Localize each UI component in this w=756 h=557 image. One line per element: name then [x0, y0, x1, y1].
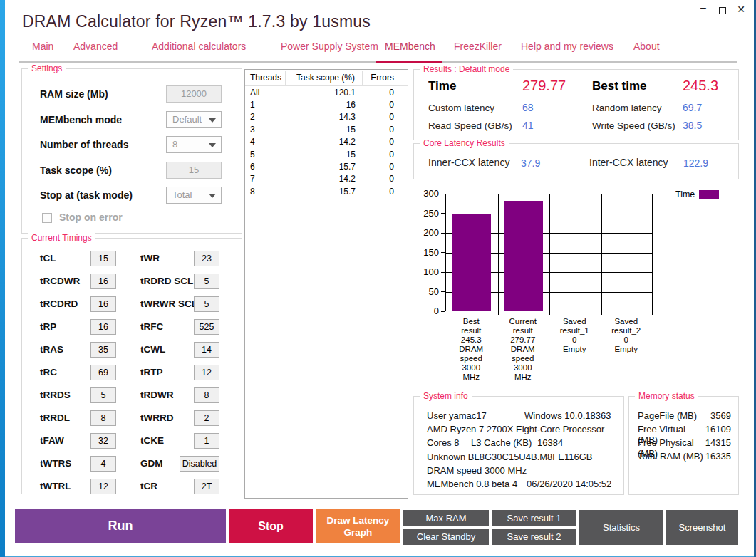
table-cell: 0	[363, 187, 404, 197]
save-result-1-button[interactable]: Save result 1	[492, 510, 576, 526]
timing-row-twrwr-scl: tWRWR SCL5	[22, 296, 242, 313]
memory-status-group: Memory status PageFile (MB)3569Free Virt…	[628, 396, 739, 495]
x-category-label: Savedresult_20Empty	[601, 317, 653, 354]
col-task-scope[interactable]: Task scope (%)	[286, 71, 363, 85]
threads-select[interactable]: 8	[166, 136, 222, 153]
timing-label: tWRRD	[140, 412, 174, 423]
legend-swatch	[699, 190, 719, 199]
screenshot-button[interactable]: Screenshot	[666, 510, 738, 545]
timing-row-twrrd: tWRRD2	[22, 410, 242, 427]
timing-label: GDM	[140, 458, 163, 469]
col-threads[interactable]: Threads	[245, 71, 286, 85]
timing-value-box[interactable]: 1	[194, 433, 219, 449]
stop-at-select[interactable]: Total	[166, 187, 222, 204]
table-row[interactable]: 3150	[245, 123, 408, 135]
timing-value-box[interactable]: 2T	[194, 479, 219, 494]
statistics-button[interactable]: Statistics	[579, 510, 663, 545]
gridline	[652, 194, 653, 311]
dram-module: Unknown BL8G30C15U4B.M8FE116GB	[427, 452, 592, 462]
app-window: DRAM Calculator for Ryzen™ 1.7.3 by 1usm…	[0, 0, 756, 557]
stop-at-value: Total	[172, 189, 192, 200]
chart-legend: Time	[675, 189, 719, 199]
cores-count: Cores 8	[427, 437, 460, 448]
y-tick-mark	[441, 291, 445, 292]
membench-mode-select[interactable]: Default	[166, 111, 222, 128]
l3-cache-label: L3 Cache (KB)	[471, 437, 532, 448]
timing-value-box[interactable]: 5	[194, 296, 219, 312]
table-row[interactable]: 815.70	[245, 185, 408, 197]
table-row[interactable]: 1160	[245, 98, 408, 110]
tab-about[interactable]: About	[633, 41, 660, 52]
inner-ccx-value: 37.9	[521, 157, 540, 169]
table-row[interactable]: 214.30	[245, 111, 408, 123]
task-scope-input[interactable]: 15	[166, 162, 222, 179]
timing-label: tWR	[140, 253, 160, 264]
tab-freezkiller[interactable]: FreezKiller	[454, 41, 502, 52]
stop-button[interactable]: Stop	[229, 509, 313, 543]
table-row[interactable]: 615.70	[245, 160, 408, 172]
membench-mode-row: MEMbench mode Default	[22, 111, 242, 130]
table-row[interactable]: 5150	[245, 148, 408, 160]
timing-row-gdm: GDMDisabled	[22, 456, 242, 473]
timing-row-tcwl: tCWL14	[22, 342, 242, 359]
x-category-label: Savedresult_10Empty	[549, 317, 601, 354]
timing-value-box[interactable]: 8	[194, 387, 219, 403]
stop-on-error-checkbox[interactable]	[42, 213, 52, 223]
timing-value-box[interactable]: 14	[194, 342, 219, 358]
memory-status-value: 3569	[710, 410, 731, 421]
write-speed-value: 38.5	[683, 120, 702, 131]
run-button[interactable]: Run	[15, 509, 226, 543]
timing-row-trtp: tRTP12	[22, 365, 242, 382]
memory-status-row: Total RAM (MB)16335	[638, 451, 731, 462]
table-row[interactable]: 714.20	[245, 173, 408, 185]
table-row[interactable]: 414.20	[245, 136, 408, 148]
tab-additional-calculators[interactable]: Additional calculators	[152, 41, 246, 52]
col-errors[interactable]: Errors	[363, 71, 404, 85]
custom-latency-value: 68	[522, 102, 534, 113]
tab-advanced[interactable]: Advanced	[73, 41, 118, 52]
timing-label: tCWL	[140, 344, 165, 355]
draw-latency-graph-button[interactable]: Draw Latency Graph	[316, 509, 400, 543]
timing-row-twr: tWR23	[22, 251, 242, 268]
timing-value-box[interactable]: 5	[194, 274, 219, 289]
timing-value-box[interactable]: 525	[194, 319, 219, 335]
minimize-button[interactable]: –	[697, 1, 710, 13]
memory-status-label: Total RAM (MB)	[638, 451, 703, 462]
x-tick-mark	[652, 311, 653, 315]
l3-cache-value: 16384	[537, 437, 563, 448]
y-tick-label: 200	[413, 227, 439, 238]
timing-value-box[interactable]: 2	[194, 410, 219, 426]
tab-membench[interactable]: MEMbench	[385, 41, 435, 52]
y-tick-label: 300	[413, 188, 439, 199]
x-tick-mark	[498, 311, 499, 315]
table-cell: 14.2	[286, 174, 363, 184]
clear-standby-button[interactable]: Clear Standby	[403, 529, 489, 545]
x-category-label: Currentresult279.77DRAMspeed3000MHz	[497, 317, 549, 382]
maximize-button[interactable]	[716, 5, 729, 16]
close-button[interactable]: ✕	[735, 4, 747, 15]
legend-series-label: Time	[675, 189, 695, 199]
memory-status-legend: Memory status	[635, 391, 698, 401]
timing-value-box[interactable]: Disabled	[180, 456, 219, 472]
table-cell: 14.2	[286, 137, 363, 147]
tab-main[interactable]: Main	[32, 41, 53, 52]
table-cell: 16	[286, 100, 363, 110]
memory-status-value: 16335	[705, 451, 731, 462]
chevron-down-icon	[209, 194, 216, 198]
y-tick-mark	[441, 252, 445, 253]
gridline	[549, 194, 550, 311]
timing-value-box[interactable]: 23	[194, 251, 219, 266]
y-tick-mark	[441, 213, 445, 214]
tab-power-supply-system[interactable]: Power Supply System	[281, 41, 378, 52]
ram-size-input[interactable]: 12000	[166, 85, 222, 103]
y-tick-label: 150	[413, 247, 439, 258]
table-row[interactable]: All120.10	[245, 86, 408, 98]
max-ram-button[interactable]: Max RAM	[403, 510, 489, 526]
membench-mode-value: Default	[172, 114, 202, 125]
tab-help-and-my-reviews[interactable]: Help and my reviews	[521, 41, 613, 52]
timing-value-box[interactable]: 12	[194, 365, 219, 380]
save-result-2-button[interactable]: Save result 2	[492, 529, 576, 545]
threads-table[interactable]: Threads Task scope (%) Errors All120.101…	[244, 69, 408, 499]
timing-row-trfc: tRFC525	[22, 319, 242, 336]
write-speed-label: Write Speed (GB/s)	[592, 120, 675, 131]
